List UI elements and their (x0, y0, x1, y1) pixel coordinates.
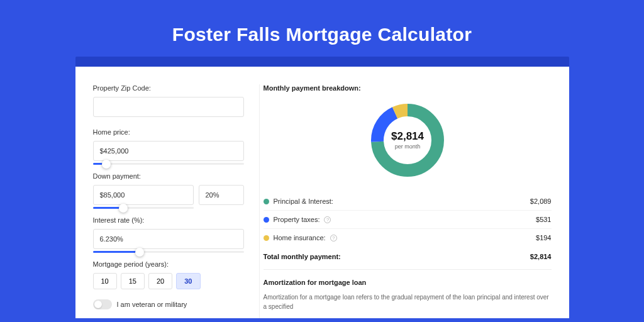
rate-label: Interest rate (%): (93, 216, 244, 224)
down-percent-input[interactable] (199, 185, 244, 205)
donut-chart: $2,814 per month (264, 99, 552, 181)
legend: Principal & Interest: $2,089 Property ta… (264, 192, 552, 247)
legend-value: $194 (536, 234, 551, 242)
down-slider[interactable] (93, 207, 194, 209)
dot-icon (264, 217, 269, 223)
period-pill-30[interactable]: 30 (176, 273, 200, 289)
period-field: Mortgage period (years): 10 15 20 30 (93, 260, 244, 289)
legend-label: Home insurance: (274, 234, 326, 242)
period-pill-20[interactable]: 20 (148, 273, 172, 289)
page-header: Foster Falls Mortgage Calculator (0, 0, 644, 57)
period-pill-10[interactable]: 10 (93, 273, 117, 289)
amortization-section: Amortization for mortgage loan Amortizat… (264, 269, 552, 311)
rate-slider[interactable] (93, 251, 244, 253)
page-title: Foster Falls Mortgage Calculator (0, 24, 644, 45)
down-label: Down payment: (93, 172, 244, 180)
legend-label: Principal & Interest: (274, 197, 333, 205)
legend-value: $531 (536, 216, 551, 223)
amort-body: Amortization for a mortgage loan refers … (264, 292, 552, 311)
amort-title: Amortization for mortgage loan (264, 279, 552, 286)
donut-center-value: $2,814 (391, 130, 425, 142)
help-icon[interactable]: ? (330, 235, 337, 242)
period-label: Mortgage period (years): (93, 260, 244, 268)
donut-center-sub: per month (394, 143, 420, 150)
total-row: Total monthly payment: $2,814 (264, 247, 552, 269)
price-slider[interactable] (93, 163, 244, 165)
down-amount-input[interactable] (93, 185, 194, 205)
zip-field: Property Zip Code: (93, 84, 244, 117)
veteran-label: I am veteran or military (117, 301, 187, 308)
period-pill-15[interactable]: 15 (121, 273, 145, 289)
legend-row-taxes: Property taxes: ? $531 (264, 211, 552, 229)
breakdown-panel: Monthly payment breakdown: $2,814 per mo… (259, 84, 552, 318)
breakdown-title: Monthly payment breakdown: (264, 84, 552, 92)
legend-label: Property taxes: (274, 216, 320, 223)
price-input[interactable] (93, 141, 244, 161)
price-label: Home price: (93, 128, 244, 136)
dot-icon (264, 235, 269, 241)
help-icon[interactable]: ? (324, 216, 331, 223)
calculator-card: Property Zip Code: Home price: Down paym… (75, 67, 569, 318)
period-options: 10 15 20 30 (93, 273, 244, 289)
legend-value: $2,089 (530, 197, 552, 205)
total-label: Total monthly payment: (264, 253, 341, 260)
total-value: $2,814 (530, 253, 552, 260)
rate-field: Interest rate (%): (93, 216, 244, 249)
legend-row-principal: Principal & Interest: $2,089 (264, 192, 552, 211)
down-field: Down payment: (93, 172, 244, 205)
legend-row-insurance: Home insurance: ? $194 (264, 229, 552, 247)
veteran-row: I am veteran or military (93, 299, 244, 309)
header-accent-bar (75, 57, 569, 67)
price-field: Home price: (93, 128, 244, 161)
zip-input[interactable] (93, 97, 244, 117)
dot-icon (264, 199, 269, 204)
veteran-toggle[interactable] (93, 299, 112, 309)
rate-input[interactable] (93, 229, 244, 249)
zip-label: Property Zip Code: (93, 84, 244, 92)
input-panel: Property Zip Code: Home price: Down paym… (93, 84, 244, 318)
